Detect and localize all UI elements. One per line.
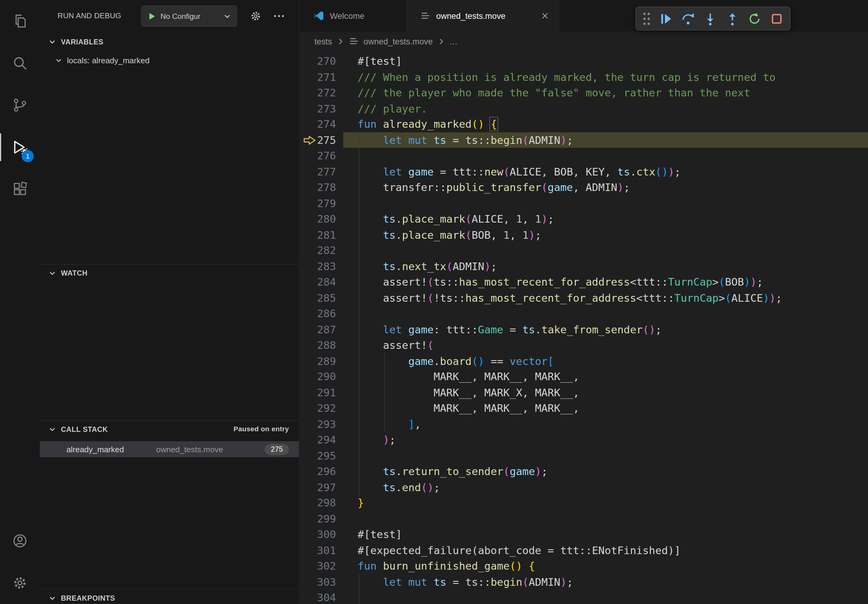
breadcrumb-item[interactable]: owned_tests.move	[349, 36, 433, 46]
call-stack-frame[interactable]: already_markedowned_tests.move275	[40, 441, 299, 457]
code-line-278[interactable]: 278 transfer::public_transfer(game, ADMI…	[299, 180, 868, 195]
stop-button[interactable]	[768, 10, 785, 27]
breadcrumb-item[interactable]: tests	[315, 37, 332, 46]
code-editor[interactable]: 270#[test]271/// When a position is alre…	[299, 51, 868, 604]
line-number[interactable]: 290	[299, 369, 336, 384]
line-number[interactable]: 281	[299, 226, 336, 242]
line-number[interactable]: 302	[299, 558, 336, 574]
step-over-button[interactable]	[680, 10, 696, 27]
debug-config-dropdown[interactable]: No Configur	[141, 5, 237, 26]
activity-bar-item-search[interactable]	[0, 42, 40, 84]
line-number[interactable]: 296	[299, 463, 336, 479]
line-number[interactable]: 273	[299, 101, 336, 116]
line-number[interactable]: 292	[299, 400, 336, 416]
code-line-295[interactable]: 295	[299, 448, 868, 463]
step-into-button[interactable]	[702, 10, 719, 27]
code-line-293[interactable]: 293 ],	[299, 416, 868, 432]
code-line-300[interactable]: 300#[test]	[299, 527, 868, 542]
line-number[interactable]: 297	[299, 479, 336, 495]
code-line-275[interactable]: 275 let mut ts = ts::begin(ADMIN);	[299, 132, 868, 148]
code-line-285[interactable]: 285 assert!(!ts::has_most_recent_for_add…	[299, 290, 868, 306]
line-number[interactable]: 294	[299, 432, 336, 448]
code-line-281[interactable]: 281 ts.place_mark(BOB, 1, 1);	[299, 226, 868, 242]
code-line-279[interactable]: 279	[299, 195, 868, 211]
code-line-292[interactable]: 292 MARK__, MARK__, MARK__,	[299, 400, 868, 416]
code-line-290[interactable]: 290 MARK__, MARK__, MARK__,	[299, 369, 868, 384]
code-line-272[interactable]: 272/// the player who made the "false" m…	[299, 85, 868, 101]
activity-bar-item-extensions[interactable]	[0, 168, 40, 210]
line-number[interactable]: 279	[299, 195, 336, 211]
line-number[interactable]: 289	[299, 353, 336, 369]
code-line-284[interactable]: 284 assert!(ts::has_most_recent_for_addr…	[299, 274, 868, 290]
activity-bar-item-settings[interactable]	[0, 562, 40, 604]
code-line-283[interactable]: 283 ts.next_tx(ADMIN);	[299, 258, 868, 274]
code-line-291[interactable]: 291 MARK__, MARK_X, MARK__,	[299, 384, 868, 400]
line-number[interactable]: 285	[299, 290, 336, 306]
line-number[interactable]: 272	[299, 85, 336, 101]
line-number[interactable]: 303	[299, 574, 336, 590]
play-icon[interactable]	[147, 11, 157, 21]
code-line-296[interactable]: 296 ts.return_to_sender(game);	[299, 463, 868, 479]
line-number[interactable]: 282	[299, 242, 336, 258]
line-number[interactable]: 270	[299, 53, 336, 69]
toolbar-drag-handle[interactable]	[641, 10, 652, 27]
code-line-297[interactable]: 297 ts.end();	[299, 479, 868, 495]
code-line-288[interactable]: 288 assert!(	[299, 337, 868, 353]
continue-button[interactable]	[657, 10, 674, 27]
code-line-302[interactable]: 302fun burn_unfinished_game() {	[299, 558, 868, 574]
activity-bar-item-run-and-debug[interactable]: 1	[0, 126, 40, 168]
code-line-294[interactable]: 294 );	[299, 432, 868, 448]
line-number[interactable]: 283	[299, 258, 336, 274]
code-line-299[interactable]: 299	[299, 511, 868, 527]
close-icon[interactable]	[541, 11, 550, 20]
code-line-273[interactable]: 273/// player.	[299, 101, 868, 116]
code-line-289[interactable]: 289 game.board() == vector[	[299, 353, 868, 369]
restart-button[interactable]	[746, 10, 763, 27]
line-number[interactable]: 271	[299, 69, 336, 85]
variables-section-header[interactable]: VARIABLES	[40, 33, 299, 50]
line-number[interactable]: 301	[299, 542, 336, 558]
line-number[interactable]: 293	[299, 416, 336, 432]
code-line-276[interactable]: 276	[299, 148, 868, 164]
activity-bar-item-source-control[interactable]	[0, 84, 40, 126]
more-actions-icon[interactable]	[273, 9, 286, 23]
line-number[interactable]: 288	[299, 337, 336, 353]
breakpoints-section-header[interactable]: BREAKPOINTS	[40, 590, 299, 604]
line-number[interactable]: 291	[299, 384, 336, 400]
activity-bar-item-explorer[interactable]	[0, 0, 40, 42]
tab-welcome[interactable]: Welcome	[299, 0, 407, 32]
code-line-301[interactable]: 301#[expected_failure(abort_code = ttt::…	[299, 542, 868, 558]
line-number[interactable]: 274	[299, 116, 336, 132]
code-line-280[interactable]: 280 ts.place_mark(ALICE, 1, 1);	[299, 211, 868, 226]
line-number[interactable]: 278	[299, 180, 336, 195]
step-out-button[interactable]	[724, 10, 741, 27]
code-line-298[interactable]: 298}	[299, 495, 868, 511]
tab-owned-tests-move[interactable]: owned_tests.move	[407, 0, 559, 32]
code-line-286[interactable]: 286	[299, 306, 868, 321]
activity-bar-item-accounts[interactable]	[0, 520, 40, 562]
code-line-274[interactable]: 274fun already_marked() {	[299, 116, 868, 132]
line-number[interactable]: 300	[299, 527, 336, 542]
line-number[interactable]: 284	[299, 274, 336, 290]
call-stack-section-header[interactable]: CALL STACK Paused on entry	[40, 421, 299, 437]
watch-section-header[interactable]: WATCH	[40, 265, 299, 281]
code-line-271[interactable]: 271/// When a position is already marked…	[299, 69, 868, 85]
line-number[interactable]: 304	[299, 590, 336, 604]
line-number[interactable]: 295	[299, 448, 336, 463]
breadcrumb-item[interactable]: …	[450, 37, 458, 46]
variables-scope-row[interactable]: locals: already_marked	[40, 53, 299, 68]
line-number[interactable]: 276	[299, 148, 336, 164]
line-number[interactable]: 298	[299, 495, 336, 511]
code-line-303[interactable]: 303 let mut ts = ts::begin(ADMIN);	[299, 574, 868, 590]
line-number[interactable]: 277	[299, 164, 336, 180]
code-line-277[interactable]: 277 let game = ttt::new(ALICE, BOB, KEY,…	[299, 164, 868, 180]
line-number[interactable]: 280	[299, 211, 336, 226]
line-number[interactable]: 287	[299, 321, 336, 337]
line-number[interactable]: 286	[299, 306, 336, 321]
code-line-287[interactable]: 287 let game: ttt::Game = ts.take_from_s…	[299, 321, 868, 337]
code-line-270[interactable]: 270#[test]	[299, 53, 868, 69]
debug-settings-gear-icon[interactable]	[250, 10, 262, 22]
code-line-282[interactable]: 282	[299, 242, 868, 258]
code-line-304[interactable]: 304	[299, 590, 868, 604]
line-number[interactable]: 299	[299, 511, 336, 527]
